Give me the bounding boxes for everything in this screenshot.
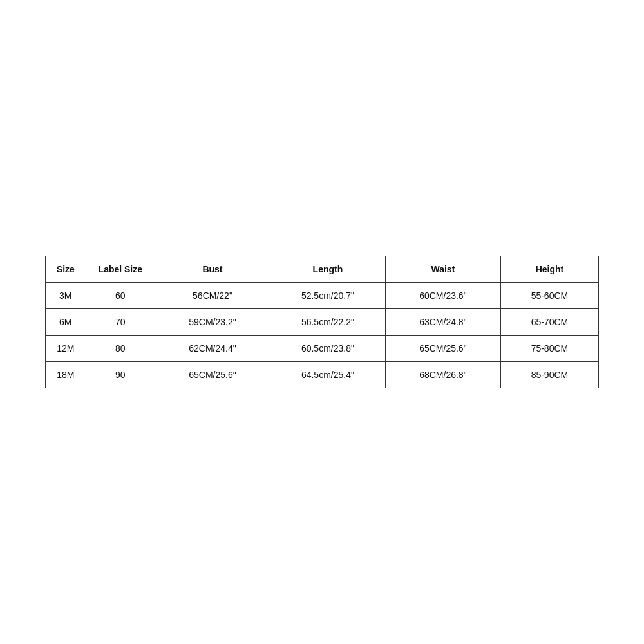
header-height: Height [500, 256, 598, 283]
cell-length-row3: 64.5cm/25.4" [270, 362, 385, 388]
header-waist: Waist [385, 256, 500, 283]
cell-bust-row2: 62CM/24.4" [155, 336, 270, 362]
cell-size-row1: 6M [46, 309, 86, 336]
header-label-size: Label Size [86, 256, 155, 283]
size-chart-table: Size Label Size Bust Length Waist Height… [45, 256, 599, 388]
cell-height-row3: 85-90CM [500, 362, 598, 388]
cell-waist-row0: 60CM/23.6" [385, 283, 500, 309]
cell-length-row0: 52.5cm/20.7" [270, 283, 385, 309]
table-row: 12M8062CM/24.4"60.5cm/23.8"65CM/25.6"75-… [46, 336, 599, 362]
cell-label_size-row0: 60 [86, 283, 155, 309]
cell-length-row2: 60.5cm/23.8" [270, 336, 385, 362]
cell-bust-row1: 59CM/23.2" [155, 309, 270, 336]
cell-waist-row1: 63CM/24.8" [385, 309, 500, 336]
size-chart-container: Size Label Size Bust Length Waist Height… [45, 256, 599, 388]
table-row: 3M6056CM/22"52.5cm/20.7"60CM/23.6"55-60C… [46, 283, 599, 309]
cell-bust-row0: 56CM/22" [155, 283, 270, 309]
table-row: 18M9065CM/25.6"64.5cm/25.4"68CM/26.8"85-… [46, 362, 599, 388]
table-header-row: Size Label Size Bust Length Waist Height [46, 256, 599, 283]
cell-size-row0: 3M [46, 283, 86, 309]
cell-label_size-row2: 80 [86, 336, 155, 362]
cell-label_size-row1: 70 [86, 309, 155, 336]
cell-waist-row2: 65CM/25.6" [385, 336, 500, 362]
cell-height-row2: 75-80CM [500, 336, 598, 362]
header-length: Length [270, 256, 385, 283]
cell-height-row0: 55-60CM [500, 283, 598, 309]
header-bust: Bust [155, 256, 270, 283]
cell-length-row1: 56.5cm/22.2" [270, 309, 385, 336]
header-size: Size [46, 256, 86, 283]
cell-label_size-row3: 90 [86, 362, 155, 388]
cell-bust-row3: 65CM/25.6" [155, 362, 270, 388]
cell-size-row2: 12M [46, 336, 86, 362]
table-row: 6M7059CM/23.2"56.5cm/22.2"63CM/24.8"65-7… [46, 309, 599, 336]
cell-size-row3: 18M [46, 362, 86, 388]
cell-height-row1: 65-70CM [500, 309, 598, 336]
cell-waist-row3: 68CM/26.8" [385, 362, 500, 388]
